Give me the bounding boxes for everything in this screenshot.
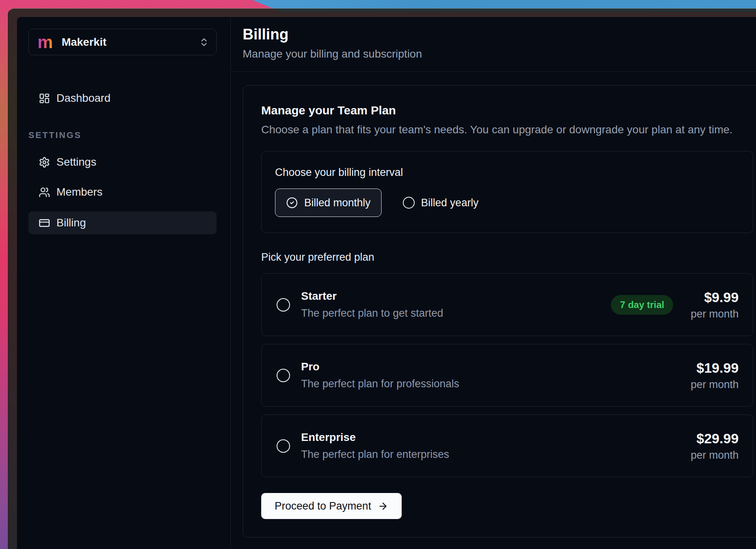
sidebar-item-billing[interactable]: Billing	[28, 211, 217, 234]
team-selector[interactable]: m Makerkit	[28, 29, 217, 55]
price-block: $19.99 per month	[691, 360, 739, 391]
gear-icon	[39, 157, 50, 168]
page-subtitle: Manage your billing and subscription	[243, 47, 756, 61]
sidebar-item-label: Settings	[56, 156, 96, 168]
price-block: $9.99 per month	[691, 289, 739, 320]
plan-price: $9.99	[691, 289, 739, 305]
sidebar-item-label: Dashboard	[56, 92, 110, 105]
plan-row-starter[interactable]: Starter The perfect plan to get started …	[261, 273, 753, 336]
app-content: m Makerkit Dashboard SETTINGS	[17, 17, 756, 549]
billed-yearly-label: Billed yearly	[421, 197, 479, 209]
sidebar-section-settings: SETTINGS	[28, 130, 217, 140]
plan-description: The perfect plan for professionals	[301, 377, 459, 390]
sidebar-item-label: Billing	[56, 217, 86, 229]
plan-period: per month	[691, 308, 739, 320]
plan-name: Pro	[301, 360, 459, 373]
plan-pricing: $19.99 per month	[691, 360, 739, 391]
billed-monthly-label: Billed monthly	[304, 197, 371, 209]
main-content: Billing Manage your billing and subscrip…	[231, 17, 756, 549]
team-plan-card: Manage your Team Plan Choose a plan that…	[243, 85, 756, 538]
plan-price: $29.99	[691, 431, 739, 446]
billing-interval-title: Choose your billing interval	[275, 166, 738, 179]
page-title: Billing	[243, 25, 756, 44]
radio-circle-icon[interactable]	[277, 369, 290, 382]
proceed-to-payment-button[interactable]: Proceed to Payment	[261, 493, 402, 519]
sidebar-item-dashboard[interactable]: Dashboard	[28, 88, 217, 109]
chevrons-up-down-icon	[199, 37, 209, 47]
plan-period: per month	[691, 378, 739, 391]
sidebar: m Makerkit Dashboard SETTINGS	[17, 17, 231, 549]
plan-row-enterprise[interactable]: Enterprise The perfect plan for enterpri…	[261, 415, 753, 477]
sidebar-item-label: Members	[56, 186, 103, 198]
billing-interval-box: Choose your billing interval Billed mont…	[261, 151, 753, 233]
sidebar-item-members[interactable]: Members	[28, 181, 217, 203]
radio-circle-icon[interactable]	[277, 298, 290, 312]
credit-card-icon	[39, 217, 50, 229]
makerkit-logo-icon: m	[37, 34, 53, 51]
cta-label: Proceed to Payment	[275, 500, 371, 512]
plan-description: The perfect plan for enterprises	[301, 448, 449, 461]
page-header: Billing Manage your billing and subscrip…	[231, 17, 756, 61]
plan-row-pro[interactable]: Pro The perfect plan for professionals $…	[261, 344, 753, 407]
plans-list: Starter The perfect plan to get started …	[261, 273, 753, 477]
card-title: Manage your Team Plan	[261, 103, 756, 118]
trial-badge: 7 day trial	[611, 295, 673, 315]
billed-monthly-option[interactable]: Billed monthly	[275, 189, 382, 217]
circle-check-icon	[286, 197, 298, 209]
plans-title: Pick your preferred plan	[261, 250, 756, 264]
arrow-right-icon	[378, 501, 388, 512]
sidebar-item-settings[interactable]: Settings	[28, 151, 217, 173]
app-window: m Makerkit Dashboard SETTINGS	[8, 8, 756, 549]
plan-info: Pro The perfect plan for professionals	[301, 360, 459, 390]
plan-pricing: $29.99 per month	[691, 431, 739, 461]
radio-circle-icon	[403, 197, 415, 209]
plan-info: Starter The perfect plan to get started	[301, 289, 443, 320]
dashboard-icon	[39, 93, 50, 104]
plan-name: Starter	[301, 289, 443, 303]
radio-circle-icon[interactable]	[277, 439, 290, 453]
plan-pricing: 7 day trial $9.99 per month	[611, 289, 739, 320]
plan-period: per month	[691, 449, 739, 461]
billed-yearly-option[interactable]: Billed yearly	[403, 197, 479, 209]
plan-name: Enterprise	[301, 431, 449, 444]
card-description: Choose a plan that fits your team's need…	[261, 123, 756, 137]
plan-price: $19.99	[691, 360, 739, 376]
price-block: $29.99 per month	[691, 431, 739, 461]
users-icon	[39, 187, 50, 198]
team-name: Makerkit	[62, 36, 107, 49]
billing-interval-options: Billed monthly Billed yearly	[275, 189, 738, 217]
plan-description: The perfect plan to get started	[301, 306, 443, 320]
plan-info: Enterprise The perfect plan for enterpri…	[301, 431, 449, 461]
header-divider	[231, 71, 756, 72]
